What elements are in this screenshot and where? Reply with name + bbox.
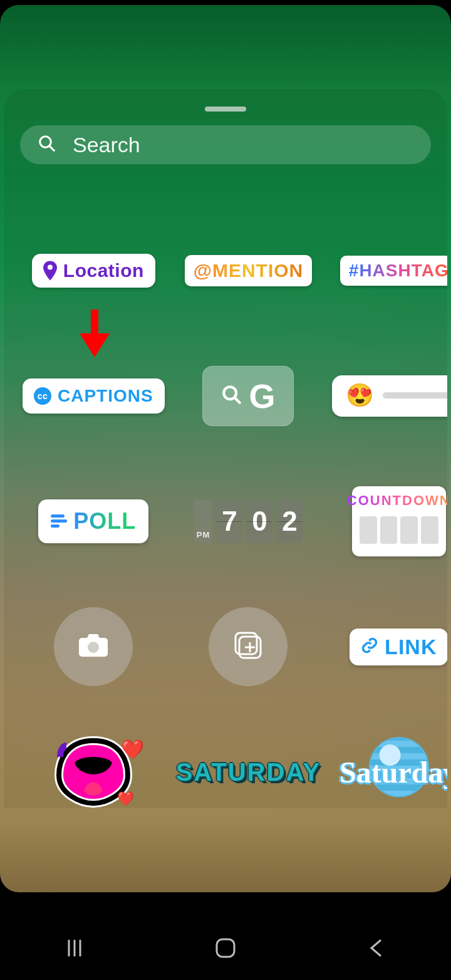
sticker-poll[interactable]: POLL [38, 499, 148, 543]
time-minute-tens: 0 [246, 499, 272, 543]
svg-rect-6 [51, 519, 67, 523]
sticker-day-script[interactable]: Saturday [340, 755, 447, 790]
countdown-boxes [360, 516, 438, 544]
link-icon [361, 637, 378, 657]
gallery-add-icon [231, 628, 265, 665]
mention-label: @MENTION [194, 260, 304, 281]
time-hour: 7 [216, 499, 242, 543]
heart-icon: ❤️ [121, 738, 144, 760]
sticker-anim-mouth[interactable]: ❤️ ❤️ [46, 734, 140, 808]
sticker-emoji-slider[interactable]: 😍 [332, 375, 447, 417]
home-button[interactable] [213, 936, 238, 963]
svg-rect-5 [51, 514, 65, 518]
sticker-camera[interactable] [54, 607, 133, 686]
system-nav-area [0, 892, 451, 980]
sticker-gallery-add[interactable] [209, 607, 288, 686]
location-pin-icon [43, 260, 57, 281]
sticker-location[interactable]: Location [32, 254, 155, 288]
sticker-hashtag[interactable]: #HASHTAG [340, 256, 447, 286]
sticker-day-outline[interactable]: SATURDAY [176, 758, 321, 786]
back-button[interactable] [365, 937, 388, 962]
recents-button[interactable] [63, 937, 86, 962]
sticker-search-bar[interactable] [20, 125, 431, 164]
svg-point-8 [88, 642, 99, 653]
gif-search-icon [221, 384, 242, 408]
sticker-time[interactable]: PM 7 0 2 [194, 499, 303, 543]
poll-label: POLL [73, 508, 136, 534]
drawer-drag-handle[interactable] [205, 107, 246, 112]
location-label: Location [63, 260, 144, 281]
slider-track [383, 392, 447, 399]
camera-icon [78, 632, 109, 662]
sticker-mention[interactable]: @MENTION [185, 255, 313, 286]
svg-line-1 [49, 146, 54, 150]
sticker-grid: Location @MENTION #HASHTAG cc CAPTIONS [23, 208, 428, 808]
sticker-captions[interactable]: cc CAPTIONS [23, 378, 165, 414]
countdown-label: COUNTDOWN [347, 493, 447, 509]
poll-bars-icon [51, 514, 67, 528]
svg-rect-7 [51, 524, 60, 528]
sticker-drawer: Location @MENTION #HASHTAG cc CAPTIONS [4, 89, 447, 808]
link-label: LINK [385, 635, 437, 659]
captions-label: CAPTIONS [58, 386, 153, 406]
heart-eyes-emoji-icon: 😍 [346, 384, 374, 407]
svg-rect-16 [217, 939, 234, 957]
sticker-gif[interactable]: G [202, 366, 294, 426]
time-minute-ones: 2 [276, 499, 303, 543]
sticker-link[interactable]: LINK [350, 628, 447, 665]
sticker-countdown[interactable]: COUNTDOWN [352, 486, 446, 556]
search-icon [38, 134, 56, 155]
hashtag-label: #HASHTAG [349, 261, 447, 281]
gif-letter: G [249, 377, 275, 415]
sticker-search-input[interactable] [73, 133, 413, 157]
time-ampm: PM [194, 499, 212, 543]
heart-icon: ❤️ [117, 791, 134, 807]
svg-line-4 [235, 397, 241, 403]
cc-icon: cc [34, 387, 51, 405]
svg-point-2 [48, 264, 53, 269]
